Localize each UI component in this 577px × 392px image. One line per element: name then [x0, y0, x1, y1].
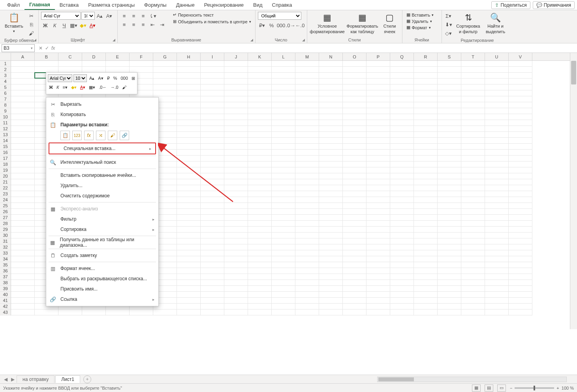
- cell[interactable]: [366, 309, 390, 315]
- cell[interactable]: [414, 286, 438, 292]
- col-header[interactable]: E: [106, 53, 130, 60]
- cell[interactable]: [224, 238, 248, 244]
- row-header[interactable]: 19: [0, 167, 11, 173]
- cell[interactable]: [295, 309, 319, 315]
- mini-border[interactable]: ▦▾: [88, 83, 96, 91]
- cell[interactable]: [366, 197, 390, 203]
- col-header[interactable]: Q: [390, 53, 414, 60]
- cell[interactable]: [319, 144, 343, 150]
- cell[interactable]: [485, 268, 509, 274]
- cell[interactable]: [414, 250, 438, 256]
- merge-center-button[interactable]: ⊞Объединить и поместить в центре▾: [171, 19, 253, 24]
- cell[interactable]: [272, 280, 295, 286]
- cell[interactable]: [485, 298, 509, 304]
- cell[interactable]: [201, 102, 224, 108]
- cell[interactable]: [343, 221, 366, 227]
- cell[interactable]: [343, 309, 366, 315]
- cell[interactable]: [438, 167, 461, 173]
- cell[interactable]: [485, 90, 509, 96]
- cell[interactable]: [390, 286, 414, 292]
- cell[interactable]: [201, 150, 224, 156]
- cell[interactable]: [319, 179, 343, 185]
- cell[interactable]: [509, 191, 532, 197]
- col-header[interactable]: H: [177, 53, 201, 60]
- cell[interactable]: [272, 238, 295, 244]
- wrap-text-button[interactable]: ↵Переносить текст: [171, 12, 253, 18]
- cell[interactable]: [11, 102, 35, 108]
- cell[interactable]: [177, 221, 201, 227]
- cell[interactable]: [485, 126, 509, 132]
- cell[interactable]: [201, 221, 224, 227]
- cell[interactable]: [343, 244, 366, 250]
- cell[interactable]: [366, 114, 390, 120]
- sheet-nav-next[interactable]: ▶: [9, 377, 16, 382]
- cell[interactable]: [248, 156, 272, 161]
- cell[interactable]: [224, 274, 248, 280]
- cell[interactable]: [509, 67, 532, 73]
- cell[interactable]: [11, 274, 35, 280]
- cell[interactable]: [11, 250, 35, 256]
- cell[interactable]: [485, 120, 509, 126]
- row-header[interactable]: 6: [0, 90, 11, 96]
- cell[interactable]: [272, 144, 295, 150]
- col-header[interactable]: N: [319, 53, 343, 60]
- cell[interactable]: [153, 309, 177, 315]
- cell[interactable]: [414, 203, 438, 209]
- grow-font-button[interactable]: A▴: [96, 12, 104, 20]
- cell[interactable]: [224, 309, 248, 315]
- cell[interactable]: [177, 156, 201, 161]
- cell[interactable]: [390, 61, 414, 67]
- cell[interactable]: [509, 161, 532, 167]
- cell[interactable]: [461, 90, 485, 96]
- cell[interactable]: [272, 227, 295, 233]
- cell[interactable]: [272, 274, 295, 280]
- cell[interactable]: [319, 197, 343, 203]
- cell[interactable]: [438, 126, 461, 132]
- row-header[interactable]: 16: [0, 150, 11, 156]
- cell[interactable]: [319, 262, 343, 268]
- row-header[interactable]: 31: [0, 238, 11, 244]
- cell[interactable]: [224, 132, 248, 138]
- cell[interactable]: [248, 167, 272, 173]
- cell[interactable]: [461, 167, 485, 173]
- cell[interactable]: [11, 156, 35, 161]
- format-cells-button[interactable]: ▦Формат▾: [405, 24, 432, 30]
- row-header[interactable]: 9: [0, 108, 11, 114]
- cell[interactable]: [414, 215, 438, 221]
- cell[interactable]: [295, 150, 319, 156]
- row-header[interactable]: 24: [0, 197, 11, 203]
- cell[interactable]: [343, 250, 366, 256]
- cell[interactable]: [272, 84, 295, 90]
- cell[interactable]: [509, 304, 532, 309]
- cell[interactable]: [343, 138, 366, 144]
- sheet-tab-2[interactable]: Лист1: [55, 375, 80, 383]
- cell[interactable]: [248, 96, 272, 102]
- cell[interactable]: [485, 67, 509, 73]
- cell[interactable]: [390, 304, 414, 309]
- dialog-launcher[interactable]: ◢: [301, 38, 306, 42]
- cell[interactable]: [248, 185, 272, 191]
- cell[interactable]: [11, 191, 35, 197]
- cell[interactable]: [461, 274, 485, 280]
- cell[interactable]: [319, 238, 343, 244]
- sort-filter-button[interactable]: ⇅Сортировка и фильтр: [455, 12, 482, 35]
- cell[interactable]: [461, 197, 485, 203]
- cell[interactable]: [201, 61, 224, 67]
- paste-button[interactable]: 📋 Вставить ▾: [2, 12, 26, 34]
- cell[interactable]: [438, 238, 461, 244]
- cell[interactable]: [390, 67, 414, 73]
- clear-button[interactable]: ◇▾: [444, 29, 453, 37]
- cell[interactable]: [366, 286, 390, 292]
- row-header[interactable]: 43: [0, 309, 11, 315]
- cell[interactable]: [201, 73, 224, 79]
- cell[interactable]: [201, 197, 224, 203]
- cell[interactable]: [414, 233, 438, 238]
- cell[interactable]: [177, 79, 201, 84]
- cell[interactable]: [366, 138, 390, 144]
- cell[interactable]: [319, 286, 343, 292]
- cell[interactable]: [201, 108, 224, 114]
- cell[interactable]: [82, 61, 106, 67]
- cell[interactable]: [366, 161, 390, 167]
- cell[interactable]: [366, 185, 390, 191]
- cell[interactable]: [177, 286, 201, 292]
